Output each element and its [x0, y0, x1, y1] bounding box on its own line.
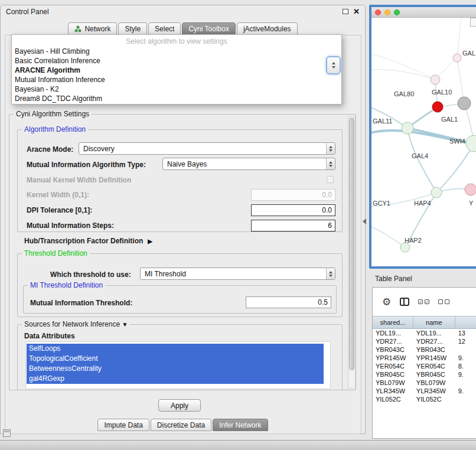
network-window-titlebar — [371, 7, 476, 18]
table-cell: YBR045C — [413, 370, 455, 379]
network-view-window: GALGAL80GAL10GAL11GAL1SWI4GAL4GCY1HAP4YH… — [369, 5, 476, 269]
network-canvas[interactable]: GALGAL80GAL10GAL11GAL1SWI4GAL4GCY1HAP4YH… — [371, 18, 476, 266]
which-threshold-select[interactable]: MI Threshold — [140, 268, 335, 280]
dropdown-option[interactable]: Basic Correlation Inference — [12, 56, 341, 66]
dropdown-option[interactable]: Dream8 DC_TDC Algorithm — [12, 94, 341, 103]
tab-cyni-toolbox[interactable]: Cyni Toolbox — [182, 22, 235, 35]
columns-icon[interactable] — [400, 298, 409, 306]
close-window-icon[interactable] — [375, 9, 381, 15]
aracne-mode-label: Aracne Mode: — [27, 145, 73, 154]
network-edge[interactable] — [371, 53, 435, 80]
table-cell — [455, 395, 476, 403]
table-row[interactable]: YPR145WYPR145W9. — [373, 354, 476, 362]
network-node[interactable] — [400, 243, 410, 252]
network-edge[interactable] — [407, 128, 436, 193]
combo-stepper[interactable] — [326, 158, 335, 169]
table-cell — [455, 345, 476, 354]
kernel-width-field — [251, 189, 335, 201]
tab-impute-data[interactable]: Impute Data — [97, 419, 149, 431]
apply-button[interactable]: Apply — [158, 399, 201, 412]
table-row[interactable]: YER054CYER054C8. — [373, 362, 476, 370]
network-node[interactable] — [453, 54, 461, 62]
table-row[interactable]: YDL19...YDL19...13 — [373, 329, 476, 337]
tab-infer-network[interactable]: Infer Network — [213, 419, 268, 431]
hub-definition-expander[interactable]: Hub/Transcription Factor Definition ▶ — [24, 237, 152, 245]
network-node[interactable] — [465, 184, 476, 195]
threshold-definition-title: Threshold Definition — [22, 249, 90, 257]
network-edge[interactable] — [457, 58, 464, 103]
network-svg: GALGAL80GAL10GAL11GAL1SWI4GAL4GCY1HAP4YH… — [371, 18, 476, 266]
dropdown-option[interactable]: Bayesian - K2 — [12, 84, 341, 94]
network-node[interactable] — [432, 102, 443, 112]
all-rows-icon[interactable] — [438, 299, 449, 304]
manual-kernel-checkbox — [327, 176, 334, 183]
attribute-item-selected[interactable]: BetweennessCentrality — [27, 364, 324, 374]
tab-select[interactable]: Select — [148, 22, 181, 35]
table-cell: 9. — [455, 354, 476, 362]
table-row[interactable]: YLR345WYLR345W9. — [373, 387, 476, 395]
close-icon[interactable]: ✕ — [353, 8, 360, 15]
network-node[interactable] — [458, 97, 471, 110]
minimize-window-icon[interactable] — [384, 9, 390, 15]
table-cell: YBR043C — [413, 345, 455, 354]
tab-discretize-data[interactable]: Discretize Data — [151, 419, 211, 431]
network-icon — [74, 25, 81, 32]
attribute-item-selected[interactable]: SelfLoops — [27, 344, 324, 354]
data-attributes-label: Data Attributes — [24, 332, 75, 340]
table-row[interactable]: YBL079WYBL079W — [373, 379, 476, 387]
bottom-tabs: Impute Data Discretize Data Infer Networ… — [1, 419, 365, 431]
gear-icon[interactable]: ⚙ — [382, 297, 391, 307]
column-header[interactable] — [455, 317, 476, 328]
table-cell: YPR145W — [413, 354, 455, 362]
column-header-shared-name[interactable]: shared... — [373, 317, 413, 328]
algorithm-definition-title: Algorithm Definition — [22, 125, 88, 133]
dropdown-option[interactable]: Bayesian - Hill Climbing — [12, 47, 341, 56]
table-cell: YDL19... — [373, 329, 413, 337]
tab-label: Impute Data — [104, 421, 142, 429]
table-row[interactable]: YDR27...YDR27...12 — [373, 337, 476, 345]
combo-stepper[interactable] — [326, 268, 335, 279]
manual-kernel-label: Manual Kernel Width Definition — [27, 176, 131, 184]
table-cell — [455, 379, 476, 387]
splitter-collapse-icon[interactable] — [363, 219, 366, 224]
table-row[interactable]: YBR045CYBR045C9. — [373, 370, 476, 379]
tab-network[interactable]: Network — [68, 22, 117, 35]
tab-style[interactable]: Style — [118, 22, 147, 35]
algorithm-combo-stepper[interactable] — [326, 56, 341, 74]
network-node[interactable] — [466, 135, 476, 152]
scrollbar-thumb[interactable] — [349, 118, 354, 370]
settings-scrollbar[interactable] — [348, 116, 356, 389]
selected-rows-icon[interactable]: ✓✓ — [418, 299, 429, 304]
attribute-item-selected[interactable]: gal4RGexp — [27, 374, 324, 384]
data-attributes-list[interactable]: SelfLoops TopologicalCoefficient Between… — [25, 341, 331, 389]
dropdown-option-selected[interactable]: ARACNE Algorithm — [12, 66, 341, 75]
table-row[interactable]: YIL052CYIL052C — [373, 395, 476, 403]
attribute-item-selected[interactable]: TopologicalCoefficient — [27, 354, 324, 364]
zoom-window-icon[interactable] — [394, 9, 400, 15]
network-node-label: GAL10 — [432, 89, 452, 96]
mi-type-select[interactable]: Naive Bayes — [162, 158, 335, 170]
dpi-tolerance-field[interactable] — [251, 204, 335, 216]
network-node-label: GAL1 — [441, 116, 458, 123]
network-edge[interactable] — [457, 18, 461, 58]
sources-group-title[interactable]: Sources for Network Inference ▼ — [22, 320, 130, 328]
network-edge[interactable] — [371, 226, 405, 247]
network-node[interactable] — [402, 122, 413, 134]
dropdown-option[interactable]: Mutual Information Inference — [12, 75, 341, 84]
table-row[interactable]: YBR043CYBR043C — [373, 345, 476, 354]
network-node[interactable] — [431, 75, 440, 84]
table-cell: 12 — [455, 337, 476, 345]
tab-jactivemodules[interactable]: jActiveModules — [237, 22, 298, 35]
aracne-mode-select[interactable]: Discovery — [79, 142, 335, 155]
combo-stepper[interactable] — [326, 143, 335, 154]
network-node[interactable] — [431, 187, 442, 198]
float-window-icon[interactable] — [343, 9, 348, 14]
table-cell: YLR345W — [373, 387, 413, 395]
network-node-label: GAL11 — [373, 118, 392, 125]
mi-steps-field[interactable] — [251, 220, 335, 231]
network-edge[interactable] — [371, 70, 435, 80]
column-header-name[interactable]: name — [413, 317, 455, 328]
network-scrollbar-button[interactable] — [470, 18, 476, 27]
status-bar — [0, 440, 476, 450]
mi-threshold-field[interactable] — [246, 296, 331, 308]
